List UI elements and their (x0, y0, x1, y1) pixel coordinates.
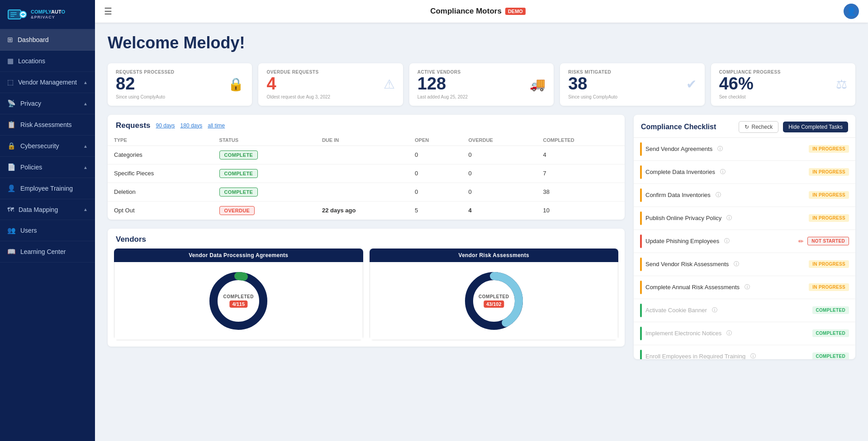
item-name-send-vendor-risk-assessments: Send Vendor Risk Assessments (645, 261, 729, 267)
checklist-item-send-vendor-agreements: Send Vendor Agreements ⓘ IN PROGRESS (634, 138, 855, 161)
table-row: Deletion COMPLETE 0 0 38 (108, 183, 625, 201)
user-avatar[interactable]: 👤 (844, 4, 859, 19)
item-status-right-activate-cookie-banner: COMPLETED (812, 306, 849, 314)
chart-body-risk: COMPLETED 43/102 (370, 262, 619, 340)
table-row: Specific Pieces COMPLETE 0 0 7 (108, 164, 625, 183)
sidebar-item-risk-assessments[interactable]: 📋 Risk Assessments (0, 114, 95, 136)
topbar: ☰ Compliance Motors DEMO 👤 (95, 0, 868, 23)
nav-items: ⊞ Dashboard ▦ Locations ⬚ Vendor Managem… (0, 29, 95, 263)
checklist-item-activate-cookie-banner: Activate Cookie Banner ⓘ COMPLETED (634, 299, 855, 322)
requests-section: Requests 90 days 180 days all time TypeS… (108, 115, 625, 220)
nav-label-users: Users (20, 227, 37, 234)
stat-value-overdue-requests: 4 (266, 75, 330, 94)
help-icon-publish-online-privacy-policy[interactable]: ⓘ (726, 214, 732, 222)
vendors-title: Vendors (108, 229, 625, 249)
help-icon-send-vendor-risk-assessments[interactable]: ⓘ (734, 260, 739, 268)
nav-icon-users: 👥 (7, 226, 16, 235)
stat-sub-overdue-requests: Oldest request due Aug 3, 2022 (266, 94, 330, 99)
cell-status: COMPLETE (213, 164, 316, 183)
cell-due-in (316, 164, 408, 183)
sidebar-item-data-mapping[interactable]: 🗺 Data Mapping ▲ (0, 199, 95, 220)
recheck-button[interactable]: ↻ Recheck (739, 121, 778, 133)
status-badge-activate-cookie-banner: COMPLETED (812, 306, 849, 314)
nav-icon-policies: 📄 (7, 163, 16, 171)
requests-link-180[interactable]: 180 days (180, 122, 203, 129)
item-status-right-send-vendor-risk-assessments: IN PROGRESS (809, 260, 849, 268)
nav-label-employee-training: Employee Training (20, 185, 73, 192)
checklist-item-implement-electronic-notices: Implement Electronic Notices ⓘ COMPLETED (634, 322, 855, 345)
nav-icon-risk-assessments: 📋 (7, 121, 16, 129)
avatar-icon: 👤 (846, 6, 856, 16)
sidebar-item-locations[interactable]: ▦ Locations (0, 51, 95, 72)
stat-icon-overdue-requests: ⚠ (384, 77, 395, 92)
stat-sub-risks-mitigated: Since using ComplyAuto (568, 94, 617, 99)
chart-header-dpa: Vendor Data Processing Agreements (114, 249, 363, 262)
cell-open: 5 (408, 201, 462, 220)
item-status-right-complete-annual-risk-assessments: IN PROGRESS (809, 283, 849, 291)
help-icon-implement-electronic-notices[interactable]: ⓘ (726, 329, 732, 337)
table-row: Categories COMPLETE 0 0 4 (108, 145, 625, 164)
help-icon-enroll-employees-required-training[interactable]: ⓘ (750, 352, 756, 359)
checklist-item-send-vendor-risk-assessments: Send Vendor Risk Assessments ⓘ IN PROGRE… (634, 253, 855, 276)
nav-item-left-employee-training: 👤 Employee Training (7, 184, 73, 192)
col-header-open: Open (408, 135, 462, 146)
stat-card-left-active-vendors: ACTIVE VENDORS 128 Last added Aug 25, 20… (417, 70, 468, 99)
hide-completed-button[interactable]: Hide Completed Tasks (783, 122, 848, 132)
requests-link-90[interactable]: 90 days (156, 122, 175, 129)
priority-bar-complete-annual-risk-assessments (640, 281, 642, 294)
nav-expand-cybersecurity: ▲ (83, 144, 88, 149)
cell-status: COMPLETE (213, 145, 316, 164)
item-name-complete-data-inventories: Complete Data Inventories (645, 169, 715, 175)
sidebar-item-cybersecurity[interactable]: 🔒 Cybersecurity ▲ (0, 136, 95, 157)
item-status-right-complete-data-inventories: IN PROGRESS (809, 168, 849, 176)
sidebar-item-vendor-management[interactable]: ⬚ Vendor Management ▲ (0, 72, 95, 93)
help-icon-update-phishing-employees[interactable]: ⓘ (724, 237, 730, 245)
cell-overdue: 0 (462, 145, 537, 164)
requests-header: Requests 90 days 180 days all time (108, 115, 625, 135)
edit-icon-update-phishing-employees[interactable]: ✏ (798, 238, 804, 245)
status-badge-update-phishing-employees: NOT STARTED (807, 237, 849, 245)
stat-sub-active-vendors: Last added Aug 25, 2022 (417, 94, 468, 99)
status-badge-confirm-data-inventories: IN PROGRESS (809, 191, 849, 199)
help-icon-complete-annual-risk-assessments[interactable]: ⓘ (745, 283, 750, 291)
sidebar-item-learning-center[interactable]: 📖 Learning Center (0, 241, 95, 263)
sidebar-item-employee-training[interactable]: 👤 Employee Training (0, 178, 95, 199)
nav-item-left-learning-center: 📖 Learning Center (7, 248, 66, 256)
donut-risk: COMPLETED 43/102 (462, 269, 526, 333)
sidebar-toggle[interactable]: ☰ (104, 6, 112, 17)
stat-icon-compliance-progress: ⚖ (836, 77, 847, 92)
checklist-item-update-phishing-employees: Update Phishing Employees ⓘ ✏ NOT STARTE… (634, 230, 855, 253)
donut-label-dpa: COMPLETED 4/115 (223, 294, 254, 308)
stat-card-active-vendors: ACTIVE VENDORS 128 Last added Aug 25, 20… (409, 63, 554, 106)
stat-card-left-requests-processed: REQUESTS PROCESSED 82 Since using Comply… (116, 70, 175, 99)
item-name-complete-annual-risk-assessments: Complete Annual Risk Assessments (645, 284, 740, 291)
nav-icon-privacy: 📡 (7, 99, 16, 108)
nav-item-left-vendor-management: ⬚ Vendor Management (7, 78, 77, 86)
cell-overdue: 0 (462, 183, 537, 201)
sidebar: COMPLYAUTO &PRIVACY ⊞ Dashboard ▦ Locati… (0, 0, 95, 441)
cell-overdue: 0 (462, 164, 537, 183)
stat-value-compliance-progress: 46% (719, 75, 781, 94)
help-icon-send-vendor-agreements[interactable]: ⓘ (717, 145, 723, 153)
cell-due-in (316, 183, 408, 201)
nav-item-left-cybersecurity: 🔒 Cybersecurity (7, 142, 59, 150)
sidebar-item-users[interactable]: 👥 Users (0, 220, 95, 241)
status-badge: OVERDUE (219, 206, 255, 215)
help-icon-activate-cookie-banner[interactable]: ⓘ (712, 306, 717, 314)
status-badge-implement-electronic-notices: COMPLETED (812, 329, 849, 337)
status-badge: COMPLETE (219, 188, 258, 197)
requests-link-all[interactable]: all time (208, 122, 225, 129)
sidebar-item-policies[interactable]: 📄 Policies ▲ (0, 157, 95, 178)
nav-label-data-mapping: Data Mapping (19, 206, 58, 213)
help-icon-complete-data-inventories[interactable]: ⓘ (720, 168, 726, 176)
help-icon-confirm-data-inventories[interactable]: ⓘ (716, 191, 721, 199)
cell-due-in: 22 days ago (316, 201, 408, 220)
stat-icon-active-vendors: 🚚 (530, 77, 545, 92)
nav-label-learning-center: Learning Center (20, 248, 66, 255)
checklist-item-left-publish-online-privacy-policy: Publish Online Privacy Policy ⓘ (640, 211, 732, 225)
sidebar-item-privacy[interactable]: 📡 Privacy ▲ (0, 93, 95, 114)
stat-card-risks-mitigated: RISKS MITIGATED 38 Since using ComplyAut… (560, 63, 704, 106)
item-name-enroll-employees-required-training: Enroll Employees in Required Training (645, 353, 745, 359)
sidebar-item-dashboard[interactable]: ⊞ Dashboard (0, 29, 95, 51)
stat-card-left-compliance-progress: COMPLIANCE PROGRESS 46% See checklist (719, 70, 781, 99)
